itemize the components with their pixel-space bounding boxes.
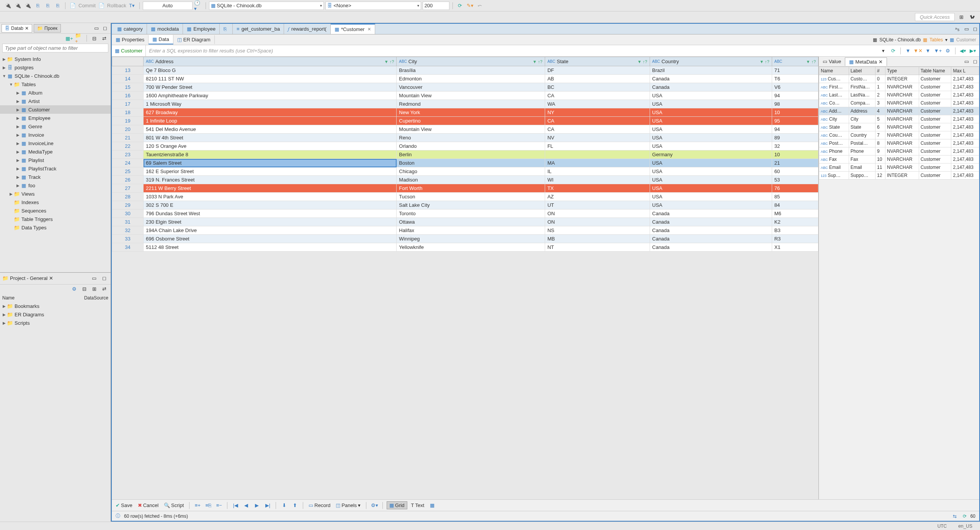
cell[interactable]: Toronto xyxy=(397,209,545,218)
cell[interactable]: 60 xyxy=(772,167,818,176)
filter-save-icon[interactable]: ▼+ xyxy=(934,47,942,55)
cell[interactable]: USA xyxy=(650,108,772,117)
datasource-combo[interactable]: ▦ SQLite - Chinook.db ▾ xyxy=(209,2,324,10)
grid-view-button[interactable]: ▦Grid xyxy=(387,501,407,509)
row-number[interactable]: 15 xyxy=(112,83,144,92)
filter-refresh-icon[interactable]: ⟳ xyxy=(889,47,897,55)
prev-icon[interactable]: ◀ xyxy=(242,501,250,510)
last-icon[interactable]: ▶| xyxy=(263,501,272,510)
row-number[interactable]: 25 xyxy=(112,167,144,176)
tree-item[interactable]: ▶▦Track xyxy=(0,173,111,181)
add-row-icon[interactable]: ≡+ xyxy=(193,501,202,510)
meta-row[interactable]: ABC Post…Postal…8NVARCHARCustomer2,147,4… xyxy=(819,139,979,147)
value-tab[interactable]: ▭ Value xyxy=(819,57,845,65)
cell[interactable]: MB xyxy=(545,235,650,243)
cell[interactable]: 94 xyxy=(772,92,818,100)
cell[interactable]: R3 xyxy=(772,235,818,243)
table-row[interactable]: 21801 W 4th StreetRenoNVUSA89 xyxy=(112,134,818,142)
plug-add-icon[interactable]: 🔌 xyxy=(14,2,22,10)
cell[interactable]: NV xyxy=(545,134,650,142)
cell[interactable]: Qe 7 Bloco G xyxy=(144,66,397,75)
row-number[interactable]: 21 xyxy=(112,134,144,142)
calc-icon[interactable]: ▦ xyxy=(428,501,436,510)
table-row[interactable]: 148210 111 ST NWEdmontonABCanadaT6 xyxy=(112,75,818,83)
meta-row[interactable]: ABC First…FirstNa…1NVARCHARCustomer2,147… xyxy=(819,83,979,91)
tree-item[interactable]: ▶▦Album xyxy=(0,88,111,97)
cell[interactable]: 98 xyxy=(772,100,818,108)
filter-clear-icon[interactable]: ▼✕ xyxy=(914,47,922,55)
row-number[interactable]: 31 xyxy=(112,218,144,226)
meta-row[interactable]: ABC Co…Compa…3NVARCHARCustomer2,147,483 xyxy=(819,99,979,107)
tree-item[interactable]: ▶📁Views xyxy=(0,190,111,198)
cell[interactable]: 5112 48 Street xyxy=(144,243,397,252)
tree-item[interactable]: ▶▦foo xyxy=(0,181,111,190)
cell[interactable]: 10 xyxy=(772,108,818,117)
cell[interactable]: 2211 W Berry Street xyxy=(144,184,397,193)
cell[interactable]: 85 xyxy=(772,193,818,201)
cell[interactable]: USA xyxy=(650,117,772,125)
cell[interactable]: WA xyxy=(545,100,650,108)
tree-item[interactable]: ▼📁Tables xyxy=(0,80,111,88)
sql-recent-icon[interactable]: ⎘ xyxy=(44,2,52,10)
cell[interactable]: 120 S Orange Ave xyxy=(144,142,397,150)
cell[interactable]: CA xyxy=(545,92,650,100)
maximize-icon[interactable]: ◻ xyxy=(971,25,979,33)
cell[interactable]: NY xyxy=(545,108,650,117)
meta-row[interactable]: 123 Sup…Suppo…12INTEGERCustomer2,147,483 xyxy=(819,172,979,180)
close-icon[interactable]: ✕ xyxy=(25,26,29,31)
data-grid-container[interactable]: ABCAddress▼ ↑?ABCCity▼ ↑?ABCState▼ ↑?ABC… xyxy=(112,57,818,499)
jump-icon[interactable]: ⇆ xyxy=(951,512,959,520)
filter-dropdown-icon[interactable]: ▾ xyxy=(879,47,887,55)
delete-row-icon[interactable]: ≡− xyxy=(215,501,223,510)
cell[interactable]: 10 xyxy=(772,150,818,159)
row-number[interactable]: 17 xyxy=(112,100,144,108)
cell[interactable]: Fort Worth xyxy=(397,184,545,193)
cell[interactable]: NT xyxy=(545,243,650,252)
cell[interactable]: Chicago xyxy=(397,167,545,176)
stop-icon[interactable]: ✎▾ xyxy=(466,2,474,10)
cell[interactable]: X1 xyxy=(772,243,818,252)
cell[interactable]: Ottawa xyxy=(397,218,545,226)
cell[interactable]: 32 xyxy=(772,142,818,150)
filter-apply-icon[interactable]: ▼ xyxy=(904,47,912,55)
cell[interactable]: USA xyxy=(650,100,772,108)
cell[interactable]: 1600 Amphitheatre Parkway xyxy=(144,92,397,100)
metadata-tab[interactable]: ▦ MetaData ✕ xyxy=(845,57,887,66)
tree-item[interactable]: ▶▦Invoice xyxy=(0,131,111,139)
cell[interactable]: Mountain View xyxy=(397,92,545,100)
tree-item[interactable]: ▶▦Genre xyxy=(0,122,111,131)
tree-item[interactable]: ▶▦MediaType xyxy=(0,147,111,156)
cell[interactable]: Berlin xyxy=(397,150,545,159)
tree-item[interactable]: ▶▦InvoiceLine xyxy=(0,139,111,147)
cell[interactable]: K2 xyxy=(772,218,818,226)
cell[interactable]: M6 xyxy=(772,209,818,218)
cell[interactable]: CA xyxy=(545,117,650,125)
row-number-header[interactable] xyxy=(112,57,144,66)
cell[interactable]: Canada xyxy=(650,243,772,252)
cell[interactable]: New York xyxy=(397,108,545,117)
cell[interactable]: 69 Salem Street xyxy=(144,159,397,167)
row-number[interactable]: 34 xyxy=(112,243,144,252)
cell[interactable]: Canada xyxy=(650,75,772,83)
cell[interactable]: USA xyxy=(650,193,772,201)
table-row[interactable]: 171 Microsoft WayRedmondWAUSA98 xyxy=(112,100,818,108)
table-row[interactable]: 29302 S 700 ESalt Lake CityUTUSA84 xyxy=(112,201,818,209)
filter-sort-icon[interactable]: ▼ ↑? xyxy=(637,59,647,64)
row-number[interactable]: 23 xyxy=(112,150,144,159)
maximize-icon[interactable]: ◻ xyxy=(971,57,979,66)
first-icon[interactable]: |◀ xyxy=(231,501,240,510)
cell[interactable] xyxy=(545,150,650,159)
commit-button[interactable]: Commit xyxy=(78,3,96,8)
row-number[interactable]: 27 xyxy=(112,184,144,193)
cell[interactable]: AZ xyxy=(545,193,650,201)
settings-icon[interactable]: ⚙▾ xyxy=(370,501,379,510)
tree-item[interactable]: 📁Indexes xyxy=(0,198,111,206)
cell[interactable]: USA xyxy=(650,125,772,134)
cell[interactable]: 95 xyxy=(772,117,818,125)
table-row[interactable]: 272211 W Berry StreetFort WorthTXUSA76 xyxy=(112,184,818,193)
editor-tab[interactable]: 𝑓rewards_report( xyxy=(284,24,331,34)
cell[interactable]: 8210 111 ST NW xyxy=(144,75,397,83)
autocommit-combo[interactable]: Auto xyxy=(143,2,193,10)
table-row[interactable]: 191 Infinite LoopCupertinoCAUSA95 xyxy=(112,117,818,125)
cell[interactable]: Madison xyxy=(397,176,545,184)
